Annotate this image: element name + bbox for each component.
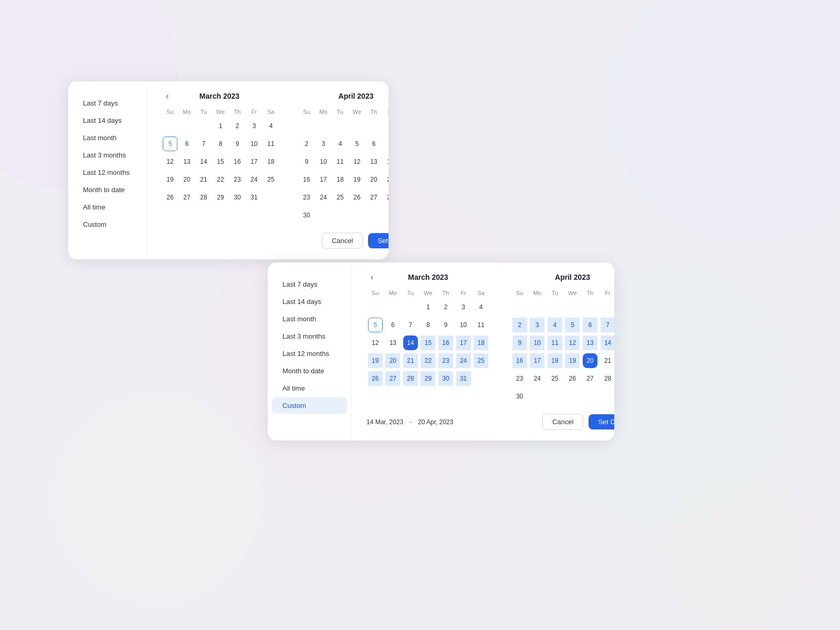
day-cell-30[interactable]: 30 [299, 208, 314, 223]
day-cell-23[interactable]: 23 [438, 353, 453, 368]
day-cell-12[interactable]: 12 [565, 335, 580, 350]
day-cell-14[interactable]: 14 [196, 154, 211, 169]
day-cell-13[interactable]: 13 [180, 154, 194, 169]
day-cell-20[interactable]: 20 [583, 353, 597, 368]
day-cell-23[interactable]: 23 [299, 190, 314, 205]
day-cell-24[interactable]: 24 [530, 371, 544, 386]
day-cell-10[interactable]: 10 [456, 318, 471, 332]
sidebar-item-last7days-2[interactable]: Last 7 days [272, 276, 347, 292]
day-cell-6[interactable]: 6 [366, 136, 381, 151]
day-cell-31[interactable]: 31 [247, 190, 261, 205]
sidebar-item-custom-1[interactable]: Custom [72, 216, 142, 233]
day-cell-18[interactable]: 18 [548, 353, 562, 368]
day-cell-20[interactable]: 20 [366, 172, 381, 187]
day-cell-31[interactable]: 31 [456, 371, 471, 386]
day-cell-3[interactable]: 3 [316, 136, 331, 151]
day-cell-11[interactable]: 11 [474, 318, 488, 332]
sidebar-item-lastmonth-1[interactable]: Last month [72, 130, 142, 146]
day-cell-12[interactable]: 12 [163, 154, 177, 169]
day-cell-29[interactable]: 29 [421, 371, 435, 386]
day-cell-5[interactable]: 5 [163, 136, 177, 151]
sidebar-item-last14days-1[interactable]: Last 14 days [72, 112, 142, 129]
day-cell-16[interactable]: 16 [438, 335, 453, 350]
day-cell-27[interactable]: 27 [385, 371, 400, 386]
day-cell-20[interactable]: 20 [385, 353, 400, 368]
day-cell-4[interactable]: 4 [548, 318, 562, 332]
sidebar-item-custom-2[interactable]: Custom [272, 397, 347, 414]
day-cell-9[interactable]: 9 [512, 335, 527, 350]
day-cell-18[interactable]: 18 [333, 172, 348, 187]
day-cell-10[interactable]: 10 [316, 154, 331, 169]
day-cell-6[interactable]: 6 [583, 318, 597, 332]
day-cell-13[interactable]: 13 [366, 154, 381, 169]
cancel-button-2[interactable]: Cancel [542, 414, 583, 430]
sidebar-item-last14days-2[interactable]: Last 14 days [272, 293, 347, 310]
day-cell-16[interactable]: 16 [230, 154, 245, 169]
set-date-button-1[interactable]: Set Date [368, 233, 388, 248]
day-cell-10[interactable]: 10 [247, 136, 261, 151]
day-cell-14[interactable]: 14 [403, 335, 418, 350]
day-cell-2[interactable]: 2 [299, 136, 314, 151]
day-cell-25[interactable]: 25 [474, 353, 488, 368]
day-cell-12[interactable]: 12 [368, 335, 383, 350]
day-cell-27[interactable]: 27 [180, 190, 194, 205]
day-cell-2[interactable]: 2 [438, 300, 453, 314]
day-cell-8[interactable]: 8 [213, 136, 228, 151]
day-cell-24[interactable]: 24 [316, 190, 331, 205]
day-cell-22[interactable]: 22 [213, 172, 228, 187]
day-cell-28[interactable]: 28 [403, 371, 418, 386]
day-cell-9[interactable]: 9 [230, 136, 245, 151]
sidebar-item-lastmonth-2[interactable]: Last month [272, 311, 347, 327]
day-cell-19[interactable]: 19 [565, 353, 580, 368]
day-cell-3[interactable]: 3 [456, 300, 471, 314]
sidebar-item-last3months-1[interactable]: Last 3 months [72, 147, 142, 163]
day-cell-26[interactable]: 26 [163, 190, 177, 205]
day-cell-2[interactable]: 2 [512, 318, 527, 332]
day-cell-26[interactable]: 26 [350, 190, 364, 205]
day-cell-6[interactable]: 6 [385, 318, 400, 332]
day-cell-28[interactable]: 28 [601, 371, 614, 386]
day-cell-24[interactable]: 24 [247, 172, 261, 187]
day-cell-22[interactable]: 22 [421, 353, 435, 368]
day-cell-29[interactable]: 29 [213, 190, 228, 205]
day-cell-21[interactable]: 21 [403, 353, 418, 368]
sidebar-item-last12months-2[interactable]: Last 12 months [272, 345, 347, 362]
day-cell-10[interactable]: 10 [530, 335, 544, 350]
sidebar-item-alltime-2[interactable]: All time [272, 380, 347, 396]
day-cell-30[interactable]: 30 [230, 190, 245, 205]
day-cell-19[interactable]: 19 [368, 353, 383, 368]
day-cell-4[interactable]: 4 [333, 136, 348, 151]
prev-month-btn-2[interactable]: ‹ [366, 270, 377, 284]
day-cell-28[interactable]: 28 [383, 190, 388, 205]
day-cell-16[interactable]: 16 [512, 353, 527, 368]
day-cell-5[interactable]: 5 [350, 136, 364, 151]
day-cell-17[interactable]: 17 [316, 172, 331, 187]
day-cell-18[interactable]: 18 [264, 154, 278, 169]
day-cell-15[interactable]: 15 [213, 154, 228, 169]
day-cell-1[interactable]: 1 [213, 119, 228, 133]
day-cell-25[interactable]: 25 [548, 371, 562, 386]
day-cell-15[interactable]: 15 [421, 335, 435, 350]
day-cell-14[interactable]: 14 [383, 154, 388, 169]
day-cell-24[interactable]: 24 [456, 353, 471, 368]
day-cell-11[interactable]: 11 [548, 335, 562, 350]
prev-month-btn-1[interactable]: ‹ [162, 89, 173, 103]
day-cell-27[interactable]: 27 [583, 371, 597, 386]
day-cell-7[interactable]: 7 [383, 136, 388, 151]
day-cell-1[interactable]: 1 [421, 300, 435, 314]
sidebar-item-monthtodate-2[interactable]: Month to date [272, 363, 347, 379]
day-cell-23[interactable]: 23 [230, 172, 245, 187]
day-cell-26[interactable]: 26 [368, 371, 383, 386]
day-cell-21[interactable]: 21 [383, 172, 388, 187]
day-cell-17[interactable]: 17 [530, 353, 544, 368]
day-cell-13[interactable]: 13 [583, 335, 597, 350]
sidebar-item-last3months-2[interactable]: Last 3 months [272, 328, 347, 344]
day-cell-21[interactable]: 21 [196, 172, 211, 187]
day-cell-14[interactable]: 14 [601, 335, 614, 350]
day-cell-30[interactable]: 30 [512, 389, 527, 404]
day-cell-3[interactable]: 3 [247, 119, 261, 133]
day-cell-13[interactable]: 13 [385, 335, 400, 350]
day-cell-25[interactable]: 25 [333, 190, 348, 205]
day-cell-7[interactable]: 7 [196, 136, 211, 151]
day-cell-12[interactable]: 12 [350, 154, 364, 169]
